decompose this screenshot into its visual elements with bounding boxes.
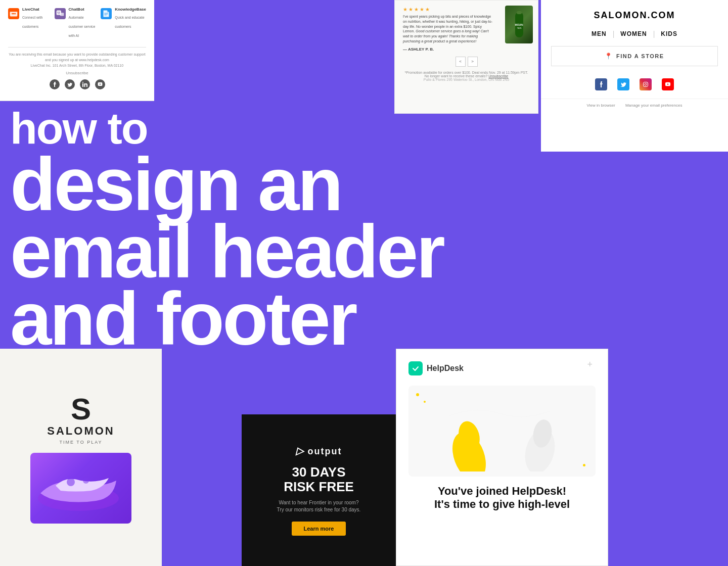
facebook-icon[interactable] bbox=[50, 79, 60, 89]
svg-text:MOUN-: MOUN- bbox=[515, 23, 523, 26]
salomon-logo: SALOMON.COM bbox=[541, 0, 728, 26]
hero-line-4: and footer bbox=[10, 285, 526, 352]
output-logo: ▷ output bbox=[296, 445, 342, 457]
hero-line-2: design an bbox=[10, 151, 526, 218]
find-store-button[interactable]: 📍 FIND A STORE bbox=[551, 46, 718, 66]
chatbot-title: ChatBot bbox=[69, 7, 97, 12]
salomon-website-panel: SALOMON.COM MEN | WOMEN | KIDS 📍 FIND A … bbox=[541, 0, 728, 152]
salomon-social-icons bbox=[541, 70, 728, 99]
manage-preferences-link[interactable]: Manage your email preferences bbox=[625, 103, 682, 108]
nav-men[interactable]: MEN bbox=[585, 30, 613, 37]
product-image: MOUN- TAIN bbox=[505, 6, 533, 43]
salomon-instagram-icon[interactable] bbox=[640, 78, 652, 90]
panel-divider bbox=[8, 47, 146, 48]
helpdesk-arms-svg bbox=[408, 386, 601, 471]
shoe-svg bbox=[30, 453, 126, 518]
svg-rect-8 bbox=[60, 13, 64, 16]
svg-point-21 bbox=[645, 83, 647, 85]
promo-disclaimer: *Promotion available for orders over $10… bbox=[403, 71, 530, 74]
testimonial-text: I've spent years picking up bits and pie… bbox=[403, 14, 494, 44]
helpdesk-logo-text: HelpDesk bbox=[427, 364, 464, 373]
company-address: Pullo & Flores 295 Waterloo St., London,… bbox=[403, 78, 530, 81]
svg-point-3 bbox=[14, 13, 16, 15]
svg-text:TAIN: TAIN bbox=[517, 27, 521, 29]
svg-rect-13 bbox=[82, 83, 83, 87]
svg-point-6 bbox=[57, 12, 58, 13]
livechat-desc: Connect with customers bbox=[22, 16, 42, 28]
testimonial-author: — ASHLEY P. B. bbox=[403, 47, 530, 52]
svg-text:S: S bbox=[70, 392, 90, 424]
output-headline: 30 DAYSRISK FREE bbox=[284, 465, 354, 494]
nav-women[interactable]: WOMEN bbox=[614, 30, 653, 37]
plus-decoration: + bbox=[587, 359, 593, 370]
salomon-s-icon: S bbox=[65, 392, 98, 424]
view-in-browser-link[interactable]: View in browser bbox=[587, 103, 615, 108]
knowledgebase-desc: Quick and educate customers bbox=[115, 16, 144, 28]
salomon-shoe-image bbox=[30, 453, 131, 524]
bottle-svg: MOUN- TAIN bbox=[509, 10, 529, 40]
salomon-youtube-icon[interactable] bbox=[662, 78, 674, 90]
hero-text-block: how to design an email header and footer bbox=[0, 96, 541, 363]
knowledgebase-product-item: KnowledgeBase Quick and educate customer… bbox=[101, 7, 146, 39]
svg-rect-17 bbox=[517, 11, 522, 14]
linkedin-icon[interactable] bbox=[80, 79, 90, 89]
svg-point-14 bbox=[82, 82, 83, 83]
social-icons-row bbox=[8, 79, 146, 89]
unsubscribe-prompt: No longer want to receive these emails? … bbox=[403, 74, 530, 78]
output-subtitle: Want to hear Frontier in your room?Try o… bbox=[277, 499, 361, 513]
chatbot-desc: Automate customer service with AI bbox=[69, 16, 96, 37]
helpdesk-headline: You've joined HelpDesk!It's time to give… bbox=[408, 485, 596, 511]
youtube-icon[interactable] bbox=[95, 79, 105, 89]
chatbot-icon bbox=[55, 8, 66, 19]
dot-3 bbox=[583, 464, 585, 466]
svg-point-25 bbox=[67, 478, 75, 486]
carousel-next-btn[interactable]: > bbox=[468, 57, 478, 67]
salomon-bottom-card: S SALOMON TIME TO PLAY bbox=[0, 349, 162, 566]
twitter-icon[interactable] bbox=[65, 79, 75, 89]
unsubscribe-link[interactable]: Unsubscribe bbox=[488, 74, 508, 78]
dot-1 bbox=[416, 393, 419, 396]
livechat-email-footer: LiveChat Connect with customers ChatBot … bbox=[0, 0, 154, 101]
footer-disclaimer: You are receiving this email because you… bbox=[8, 52, 146, 69]
livechat-products-grid: LiveChat Connect with customers ChatBot … bbox=[8, 7, 146, 39]
helpdesk-illustration bbox=[408, 386, 596, 477]
knowledgebase-title: KnowledgeBase bbox=[115, 7, 146, 12]
carousel-controls: < > bbox=[403, 57, 530, 67]
carousel-prev-btn[interactable]: < bbox=[456, 57, 466, 67]
dot-2 bbox=[424, 401, 426, 403]
salomon-twitter-icon[interactable] bbox=[617, 78, 629, 90]
hero-line-3: email header bbox=[10, 218, 526, 285]
checkmark-icon bbox=[412, 364, 420, 372]
nav-kids[interactable]: KIDS bbox=[655, 30, 684, 37]
helpdesk-logo: HelpDesk bbox=[408, 361, 596, 375]
livechat-icon bbox=[8, 8, 19, 19]
salomon-footer-links: View in browser Manage your email prefer… bbox=[541, 99, 728, 112]
svg-point-26 bbox=[83, 478, 89, 484]
salomon-tagline: TIME TO PLAY bbox=[59, 440, 102, 445]
livechat-product-item: LiveChat Connect with customers bbox=[8, 7, 51, 39]
svg-point-22 bbox=[647, 83, 648, 83]
output-email-card: ▷ output 30 DAYSRISK FREE Want to hear F… bbox=[242, 414, 396, 566]
salomon-facebook-icon[interactable] bbox=[595, 78, 607, 90]
output-cta-button[interactable]: Learn more bbox=[292, 522, 346, 536]
helpdesk-logo-icon bbox=[408, 361, 423, 375]
salomon-brand-name: SALOMON bbox=[47, 424, 114, 438]
location-pin-icon: 📍 bbox=[605, 53, 613, 60]
chatbot-product-item: ChatBot Automate customer service with A… bbox=[55, 7, 97, 39]
find-store-label: FIND A STORE bbox=[616, 53, 664, 59]
unsubscribe-link[interactable]: Unsubscribe bbox=[8, 71, 146, 75]
livechat-title: LiveChat bbox=[22, 7, 51, 12]
helpdesk-email-card: HelpDesk + You've joined HelpDesk!It's t… bbox=[396, 349, 608, 566]
svg-point-7 bbox=[59, 12, 60, 13]
svg-point-1 bbox=[12, 13, 13, 15]
salomon-navigation: MEN | WOMEN | KIDS bbox=[541, 26, 728, 42]
knowledgebase-icon bbox=[101, 8, 112, 19]
svg-point-2 bbox=[13, 13, 15, 15]
